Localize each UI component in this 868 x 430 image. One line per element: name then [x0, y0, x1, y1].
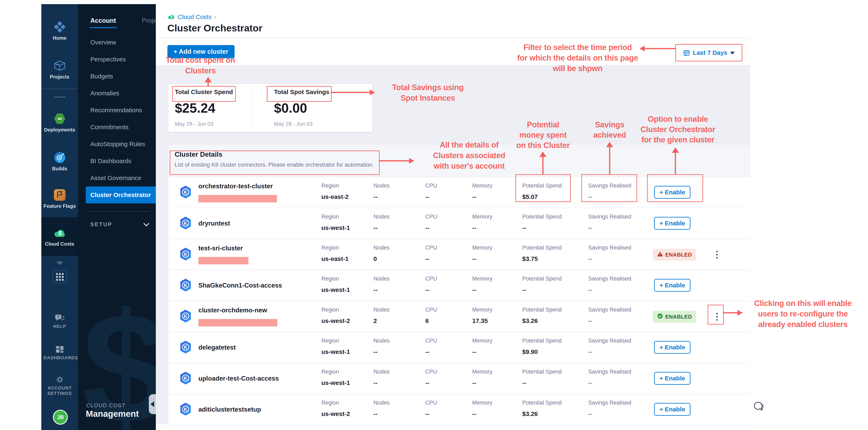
cell-value: -- [373, 379, 378, 387]
cluster-row[interactable]: Ktest-sri-clusterRegionus-east-1Nodes0CP… [168, 239, 750, 270]
module-footer-title: Management [86, 409, 139, 419]
tab-project[interactable]: Project [142, 17, 156, 28]
column-label: Memory [472, 369, 493, 375]
cell-value: -- [425, 193, 430, 200]
cluster-row[interactable]: KaditiclustertestsetupRegionus-west-2Nod… [168, 394, 750, 425]
cell-value: -- [522, 286, 526, 294]
enable-cluster-button[interactable]: + Enable [654, 341, 690, 354]
page-title: Cluster Orchestrator [167, 22, 262, 34]
cell-value: $9.90 [522, 348, 538, 356]
date-range-filter[interactable]: Last 7 Days [676, 45, 742, 61]
sidebar-item-dashboards[interactable]: DASHBOARDS [41, 345, 78, 361]
cell-value: 17.35 [472, 317, 488, 325]
column-label: Savings Realised [588, 183, 631, 189]
cluster-row[interactable]: Korchestrator-test-clusterRegionus-east-… [168, 177, 750, 208]
cluster-name: aditiclustertestsetup [198, 406, 261, 413]
breadcrumb: $ Cloud Costs › [167, 13, 216, 21]
support-chat-button[interactable] [753, 401, 764, 412]
column-label: Potential Spend [522, 245, 562, 251]
enabled-badge[interactable]: ENABLED [653, 249, 696, 261]
cell-value: -- [425, 286, 430, 294]
breadcrumb-cloud-costs-link[interactable]: Cloud Costs [178, 13, 211, 21]
sidebar-item-autostopping-rules[interactable]: AutoStopping Rules [90, 135, 156, 153]
column-label: Region [321, 307, 339, 313]
sidebar-item-recommendations[interactable]: Recommendations [90, 102, 156, 119]
enable-cluster-button[interactable]: + Enable [654, 372, 690, 385]
cluster-row[interactable]: KdryruntestRegionus-west-1Nodes--CPU--Me… [168, 208, 750, 239]
sidebar-item-bi-dashboards[interactable]: BI Dashboards [90, 153, 156, 170]
svg-text:K: K [184, 375, 187, 381]
primary-sidebar: JB HomeProjects∞DeploymentsBuildsFeature… [41, 4, 78, 430]
cell-value: -- [522, 224, 526, 231]
column-label: Memory [472, 400, 493, 406]
cluster-row[interactable]: KShaGkeConn1-Cost-accessRegionus-west-1N… [168, 270, 750, 301]
cell-value: -- [472, 224, 476, 231]
svg-text:$: $ [58, 230, 62, 237]
column-label: Savings Realised [588, 214, 631, 220]
column-label: Nodes [373, 307, 390, 313]
cell-value: -- [588, 255, 592, 262]
enable-cluster-button[interactable]: + Enable [654, 217, 690, 230]
kubernetes-cluster-icon: K [179, 340, 192, 354]
column-label: Savings Realised [588, 276, 631, 282]
cell-value: us-west-1 [321, 224, 350, 231]
sidebar-item-overview[interactable]: Overview [90, 34, 156, 51]
sidebar-item-cloud-costs[interactable]: $Cloud Costs [41, 217, 78, 256]
enable-cluster-button[interactable]: + Enable [654, 403, 690, 416]
redacted-cluster-id [198, 319, 277, 327]
cell-value: us-west-1 [321, 286, 350, 294]
collapse-sidebar-button[interactable] [149, 394, 156, 414]
sidebar-item-account-settings[interactable]: ACCOUNT SETTINGS [41, 375, 78, 396]
date-range-label: Last 7 Days [693, 49, 727, 56]
column-label: Memory [472, 276, 493, 282]
sidebar-item-budgets[interactable]: Budgets [90, 68, 156, 85]
sidebar-item-anomalies[interactable]: Anomalies [90, 85, 156, 102]
sidebar-item-help[interactable]: ?HELP [41, 313, 78, 329]
menu-divider [90, 211, 150, 212]
annotation-reconfigure: Clicking on this will enableusers to re-… [743, 298, 863, 330]
svg-text:∞: ∞ [58, 115, 62, 122]
tab-account[interactable]: Account [90, 17, 116, 28]
projects-icon [53, 59, 66, 72]
cell-value: -- [472, 379, 476, 387]
add-new-cluster-button[interactable]: + Add new cluster [167, 45, 235, 58]
enabled-badge-label: ENABLED [665, 314, 692, 320]
row-options-kebab-menu[interactable] [713, 309, 721, 324]
sidebar-item-builds[interactable]: Builds [41, 151, 78, 172]
kubernetes-cluster-icon: K [179, 371, 192, 385]
enabled-badge[interactable]: ENABLED [653, 311, 696, 323]
sidebar-item-home[interactable]: Home [41, 20, 78, 41]
sidebar-item-projects[interactable]: Projects [41, 59, 78, 80]
cell-value: -- [588, 317, 592, 325]
svg-text:K: K [184, 313, 187, 319]
sidebar-item-perspectives[interactable]: Perspectives [90, 51, 156, 68]
cluster-row[interactable]: Kuploader-test-Cost-accessRegionus-west-… [168, 363, 750, 394]
cell-value: us-west-2 [321, 410, 350, 418]
column-label: Region [321, 183, 339, 189]
column-label: Memory [472, 214, 493, 220]
cluster-row[interactable]: Kcluster-orchdemo-newRegionus-west-2Node… [168, 301, 750, 332]
chevron-down-icon[interactable] [56, 262, 63, 265]
avatar[interactable]: JB [53, 410, 68, 425]
setup-section-toggle[interactable]: SETUP [90, 219, 148, 229]
cell-value: -- [472, 193, 476, 200]
svg-text:K: K [184, 406, 187, 412]
sidebar-item-cluster-orchestrator[interactable]: Cluster Orchestrator [86, 186, 156, 204]
cell-value: $3.26 [522, 410, 538, 418]
sidebar-item-feature-flags[interactable]: Feature Flags [41, 188, 78, 209]
sidebar-item-commitments[interactable]: Commitments [90, 119, 156, 135]
enable-cluster-button[interactable]: + Enable [654, 186, 690, 199]
sidebar-item-asset-governance[interactable]: Asset Governance [90, 170, 156, 186]
kubernetes-cluster-icon: K [179, 402, 192, 416]
enable-cluster-button[interactable]: + Enable [654, 279, 690, 292]
svg-text:K: K [184, 251, 187, 257]
row-options-kebab-menu[interactable] [713, 247, 721, 262]
sidebar-divider [41, 89, 78, 89]
cluster-row[interactable]: KdelegatetestRegionus-west-1Nodes--CPU--… [168, 332, 750, 363]
module-picker-button[interactable] [53, 270, 67, 283]
home-icon [53, 20, 66, 33]
calendar-icon [683, 49, 690, 56]
sidebar-item-deployments[interactable]: ∞Deployments [41, 112, 78, 133]
tab-project-label: Project [142, 17, 156, 24]
cell-value: -- [522, 379, 526, 387]
